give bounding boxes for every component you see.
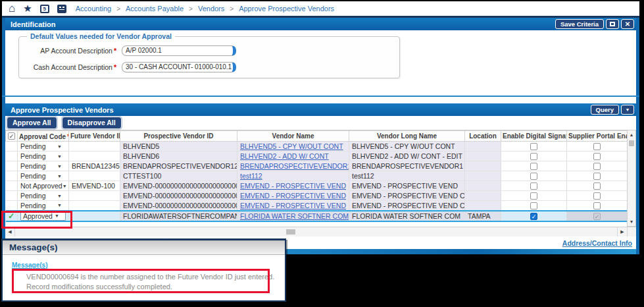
supplier-portal-checkbox[interactable]	[593, 202, 601, 209]
scroll-up-arrow[interactable]: ▲	[628, 130, 635, 139]
digital-signature-checkbox[interactable]	[530, 202, 537, 209]
maximize-icon	[610, 22, 615, 26]
digital-signature-checkbox[interactable]: ✓	[530, 213, 537, 220]
supplier-portal-checkbox[interactable]	[593, 143, 601, 150]
approval-code-dropdown[interactable]: Pending▼	[20, 152, 66, 160]
maximize-button[interactable]	[606, 19, 619, 29]
digital-signature-checkbox[interactable]	[530, 153, 537, 160]
chevron-down-icon: ▼	[55, 213, 59, 218]
row-select-cell[interactable]	[6, 201, 18, 211]
approval-code-dropdown[interactable]: Approved▼	[20, 211, 66, 221]
cash-account-description-input[interactable]: 30 - CASH ACCOUNT- 01000-010.1	[122, 62, 236, 72]
col-header-vendor-name[interactable]: Vendor Name	[237, 131, 349, 142]
vendor-name-link[interactable]: FLORIDA WATER SOFTNER COM	[240, 212, 349, 220]
messages-link[interactable]: Message(s)	[12, 262, 47, 269]
col-header-enable-digital-signature[interactable]: Enable Digital Signature	[501, 131, 567, 142]
approval-code-dropdown[interactable]: Pending▼	[20, 202, 66, 209]
future-vendor-id-cell[interactable]	[69, 201, 120, 211]
scroll-right-arrow[interactable]: ▶	[617, 227, 627, 237]
row-select-cell[interactable]: ✓	[6, 211, 18, 221]
future-vendor-id-cell[interactable]: EMVEND-100	[69, 181, 120, 191]
vendor-name-link[interactable]: BRENDAPROSPECTIVEVENDOR1	[240, 162, 349, 170]
supplier-portal-checkbox[interactable]	[593, 182, 601, 190]
vendor-name-link[interactable]: EMVEND - PROSPECTIVE VEND	[240, 192, 346, 200]
approval-code-dropdown[interactable]: Not Approved▼	[20, 182, 66, 190]
vendor-long-name-cell: test112	[349, 171, 465, 181]
row-select-cell[interactable]	[6, 142, 18, 152]
future-vendor-id-cell[interactable]	[69, 211, 120, 221]
select-all-checkbox[interactable]: ✓	[8, 132, 15, 140]
menu-grid-icon[interactable]	[57, 5, 66, 13]
col-header-approval-code[interactable]: Approval Code*	[18, 131, 69, 142]
chevron-down-icon: ▼	[57, 174, 62, 179]
row-select-cell[interactable]	[6, 152, 18, 161]
save-criteria-button[interactable]: Save Criteria	[555, 19, 604, 29]
col-header-select-all[interactable]: ✓	[6, 131, 18, 142]
favorites-star-icon[interactable]: ★	[23, 4, 32, 13]
col-header-location[interactable]: Location	[465, 131, 501, 142]
identification-title: Identification	[11, 20, 55, 28]
approval-code-dropdown[interactable]: Pending▼	[20, 192, 66, 200]
approval-code-dropdown[interactable]: Pending▼	[20, 172, 66, 180]
query-dropdown-button[interactable]: ▼	[621, 105, 634, 115]
home-icon[interactable]: ⌂	[9, 4, 15, 13]
supplier-portal-checkbox[interactable]	[593, 192, 601, 200]
future-vendor-id-cell[interactable]	[69, 142, 120, 152]
supplier-portal-checkbox[interactable]	[593, 173, 601, 180]
digital-signature-checkbox[interactable]	[530, 173, 537, 180]
vertical-scrollbar[interactable]: ▲ ▼	[627, 130, 636, 227]
col-header-vendor-long-name[interactable]: Vendor Long Name	[349, 131, 465, 142]
vertical-scroll-thumb[interactable]	[629, 140, 634, 146]
future-vendor-id-cell[interactable]	[69, 191, 120, 201]
digital-signature-checkbox[interactable]	[530, 192, 537, 200]
horizontal-scroll-thumb[interactable]	[286, 229, 295, 235]
breadcrumb-item-2[interactable]: Vendors	[198, 5, 224, 13]
screenshot-frame: ⌂ ★ 5 Accounting>Accounts Payable>Vendor…	[0, 0, 644, 307]
row-select-cell[interactable]	[6, 181, 18, 191]
future-vendor-id-cell[interactable]: BRENDA123456	[69, 161, 120, 171]
future-vendor-id-cell[interactable]	[69, 171, 120, 181]
scroll-left-arrow[interactable]: ◀	[5, 227, 15, 237]
vendor-grid: ✓Approval Code*Future Vendor IDProspecti…	[5, 130, 627, 227]
vendor-name-link[interactable]: BLHVEND5 - CPY W/OUT CONT	[240, 142, 343, 150]
prospective-vendor-id-cell: BRENDAPROSPECTIVEVENDOR123456789	[120, 161, 237, 171]
close-button[interactable]: ✕	[621, 19, 634, 29]
approval-code-dropdown[interactable]: Pending▼	[20, 142, 66, 150]
digital-signature-checkbox[interactable]	[530, 182, 537, 190]
row-select-cell[interactable]	[6, 171, 18, 181]
vendor-name-link[interactable]: EMVEND - PROSPECTIVE VEND	[240, 182, 346, 190]
table-row: Pending▼BRENDA123456BRENDAPROSPECTIVEVEN…	[6, 161, 628, 171]
row-select-cell[interactable]	[6, 161, 18, 171]
col-header-supplier-portal-enable[interactable]: Supplier Portal Enable	[567, 131, 628, 142]
vendor-name-link[interactable]: test112	[240, 172, 262, 180]
future-vendor-id-cell[interactable]	[69, 152, 120, 161]
location-cell	[465, 191, 501, 201]
approval-code-value: Pending	[20, 192, 46, 200]
scroll-down-arrow[interactable]: ▼	[628, 217, 635, 226]
disapprove-all-button[interactable]: Disapprove All	[62, 117, 122, 129]
horizontal-scrollbar[interactable]: ◀ ▶	[5, 227, 636, 237]
breadcrumb-item-3[interactable]: Approve Prospective Vendors	[239, 5, 334, 13]
vendor-name-link[interactable]: EMVEND - PROSPECTIVE VEND	[240, 202, 346, 209]
vendor-name-link[interactable]: BLHVEND2 - ADD W/ CONT	[240, 152, 329, 160]
app-window: ⌂ ★ 5 Accounting>Accounts Payable>Vendor…	[2, 1, 639, 254]
breadcrumb-item-1[interactable]: Accounts Payable	[126, 5, 184, 13]
approval-code-value: Pending	[20, 142, 46, 150]
digital-signature-checkbox[interactable]	[530, 163, 537, 170]
col-header-future-vendor-id[interactable]: Future Vendor ID	[69, 131, 120, 142]
row-select-cell[interactable]	[6, 191, 18, 201]
recent-count-icon[interactable]: 5	[40, 5, 49, 13]
approve-all-button[interactable]: Approve All	[7, 117, 57, 129]
breadcrumb-item-0[interactable]: Accounting	[76, 5, 111, 13]
identification-titlebar: Identification Save Criteria ✕	[5, 18, 636, 30]
approval-code-dropdown[interactable]: Pending▼	[20, 162, 66, 170]
supplier-portal-checkbox[interactable]	[593, 153, 601, 160]
ap-account-description-input[interactable]: A/P 02000.1	[122, 45, 236, 56]
horizontal-scroll-track[interactable]	[15, 227, 617, 237]
query-button[interactable]: Query	[591, 105, 619, 115]
supplier-portal-checkbox[interactable]	[593, 163, 601, 170]
digital-signature-checkbox[interactable]	[530, 143, 537, 150]
col-header-prospective-vendor-id[interactable]: Prospective Vendor ID	[120, 131, 237, 142]
nav-icon-group: ⌂ ★ 5	[9, 4, 66, 13]
address-contact-info-link[interactable]: Address/Contact Info	[562, 239, 632, 247]
